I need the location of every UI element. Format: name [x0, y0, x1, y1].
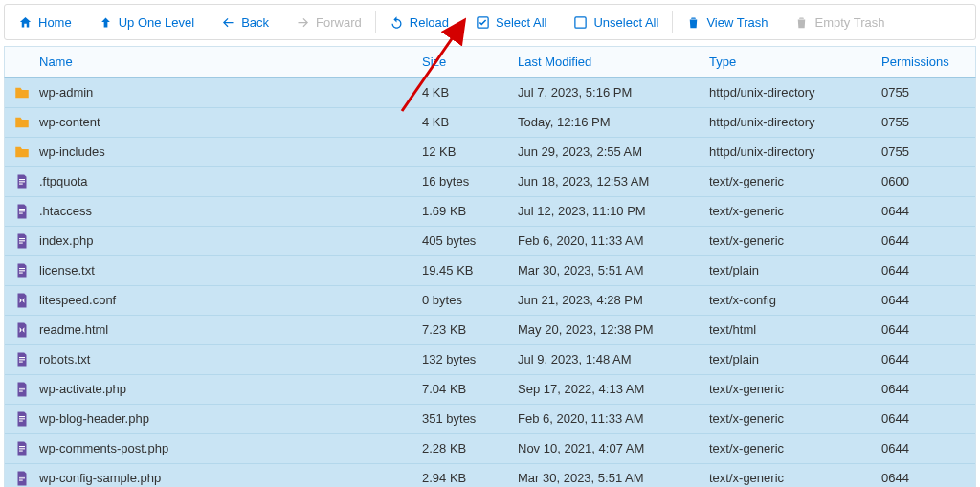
cell-perm: 0755	[881, 85, 975, 100]
cell-size: 7.23 KB	[422, 322, 518, 337]
trash-icon	[686, 15, 701, 30]
table-row[interactable]: wp-includes12 KBJun 29, 2023, 2:55 AMhtt…	[5, 138, 975, 167]
cell-size: 132 bytes	[422, 352, 518, 366]
cell-perm: 0644	[881, 263, 975, 277]
svg-rect-2	[19, 179, 25, 180]
cell-name: wp-content	[39, 115, 422, 129]
config-icon	[12, 291, 32, 310]
column-header-last-modified[interactable]: Last Modified	[518, 55, 709, 69]
column-header-type[interactable]: Type	[709, 55, 881, 69]
svg-rect-23	[19, 446, 25, 447]
select-all-button[interactable]: Select All	[462, 5, 560, 39]
cell-size: 405 bytes	[422, 233, 518, 248]
cell-perm: 0644	[881, 471, 975, 485]
table-row[interactable]: wp-config-sample.php2.94 KBMar 30, 2023,…	[5, 464, 975, 487]
cell-name: .ftpquota	[39, 174, 422, 188]
column-header-size[interactable]: Size	[422, 55, 518, 69]
unselect-all-button[interactable]: Unselect All	[560, 5, 672, 39]
cell-type: text/plain	[709, 352, 881, 366]
cell-size: 2.28 KB	[422, 441, 518, 455]
svg-rect-26	[19, 476, 25, 476]
cell-name: wp-activate.php	[39, 382, 422, 396]
table-row[interactable]: wp-comments-post.php2.28 KBNov 10, 2021,…	[5, 434, 975, 464]
back-button[interactable]: Back	[208, 5, 282, 39]
svg-rect-18	[19, 388, 25, 389]
svg-rect-22	[19, 420, 23, 421]
forward-label: Forward	[316, 15, 362, 30]
table-row[interactable]: wp-activate.php7.04 KBSep 17, 2022, 4:13…	[5, 375, 975, 405]
cell-size: 0 bytes	[422, 293, 518, 307]
cell-type: text/x-generic	[709, 233, 881, 248]
select-all-label: Select All	[496, 15, 546, 30]
svg-rect-6	[19, 210, 25, 211]
svg-rect-19	[19, 390, 23, 391]
cell-name: litespeed.conf	[39, 293, 422, 307]
table-row[interactable]: litespeed.conf0 bytesJun 21, 2023, 4:28 …	[5, 286, 975, 316]
empty-square-icon	[573, 15, 588, 30]
cell-perm: 0755	[881, 115, 975, 129]
column-header-name[interactable]: Name	[39, 55, 422, 69]
cell-perm: 0644	[881, 411, 975, 426]
column-header-permissions[interactable]: Permissions	[881, 55, 975, 69]
cell-perm: 0644	[881, 322, 975, 337]
cell-last: Jun 29, 2023, 2:55 AM	[518, 144, 709, 159]
up-arrow-icon	[99, 15, 113, 30]
svg-rect-21	[19, 418, 25, 419]
cell-name: readme.html	[39, 322, 422, 337]
table-row[interactable]: wp-admin4 KBJul 7, 2023, 5:16 PMhttpd/un…	[5, 78, 975, 108]
table-row[interactable]: .ftpquota16 bytesJun 18, 2023, 12:53 AMt…	[5, 167, 975, 197]
home-button[interactable]: Home	[5, 5, 85, 39]
svg-rect-20	[19, 416, 25, 417]
view-trash-button[interactable]: View Trash	[673, 5, 781, 39]
up-label: Up One Level	[119, 15, 195, 30]
table-row[interactable]: license.txt19.45 KBMar 30, 2023, 5:51 AM…	[5, 256, 975, 286]
cell-size: 2.94 KB	[422, 471, 518, 485]
up-one-level-button[interactable]: Up One Level	[85, 5, 209, 39]
cell-perm: 0644	[881, 352, 975, 366]
cell-last: Sep 17, 2022, 4:13 AM	[518, 382, 709, 396]
forward-arrow-icon	[296, 15, 310, 30]
file-listing: Name Size Last Modified Type Permissions…	[4, 46, 976, 487]
table-row[interactable]: wp-blog-header.php351 bytesFeb 6, 2020, …	[5, 405, 975, 434]
column-header-row: Name Size Last Modified Type Permissions	[4, 46, 976, 78]
cell-last: Jun 18, 2023, 12:53 AM	[518, 174, 709, 188]
trash-icon	[794, 15, 809, 30]
svg-rect-24	[19, 448, 25, 449]
cell-perm: 0644	[881, 293, 975, 307]
table-row[interactable]: robots.txt132 bytesJul 9, 2023, 1:48 AMt…	[5, 345, 975, 375]
table-row[interactable]: readme.html7.23 KBMay 20, 2023, 12:38 PM…	[5, 316, 975, 345]
cell-last: Mar 30, 2023, 5:51 AM	[518, 263, 709, 277]
svg-rect-3	[19, 181, 25, 182]
svg-rect-13	[19, 272, 23, 273]
back-label: Back	[241, 15, 269, 30]
cell-last: Feb 6, 2020, 11:33 AM	[518, 233, 709, 248]
cell-last: Jul 9, 2023, 1:48 AM	[518, 352, 709, 366]
file-icon	[12, 261, 32, 280]
svg-rect-10	[19, 242, 23, 243]
file-icon	[12, 380, 32, 399]
cell-type: text/x-generic	[709, 382, 881, 396]
cell-name: license.txt	[39, 263, 422, 277]
file-rows-container: wp-admin4 KBJul 7, 2023, 5:16 PMhttpd/un…	[4, 78, 976, 487]
forward-button: Forward	[282, 5, 375, 39]
cell-size: 4 KB	[422, 85, 518, 100]
folder-icon	[12, 143, 32, 162]
cell-perm: 0644	[881, 382, 975, 396]
table-row[interactable]: index.php405 bytesFeb 6, 2020, 11:33 AMt…	[5, 227, 975, 256]
cell-type: text/html	[709, 322, 881, 337]
cell-name: index.php	[39, 233, 422, 248]
cell-type: text/x-generic	[709, 471, 881, 485]
reload-button[interactable]: Reload	[376, 5, 462, 39]
table-row[interactable]: wp-content4 KBToday, 12:16 PMhttpd/unix-…	[5, 108, 975, 138]
config-icon	[12, 321, 32, 340]
home-label: Home	[38, 15, 72, 30]
cell-name: wp-config-sample.php	[39, 471, 422, 485]
cell-type: text/x-generic	[709, 441, 881, 455]
table-row[interactable]: .htaccess1.69 KBJul 12, 2023, 11:10 PMte…	[5, 197, 975, 227]
cell-type: text/x-config	[709, 293, 881, 307]
svg-rect-11	[19, 268, 25, 269]
home-icon	[18, 15, 33, 30]
svg-rect-14	[19, 357, 25, 358]
cell-size: 16 bytes	[422, 174, 518, 188]
svg-rect-5	[19, 209, 25, 210]
